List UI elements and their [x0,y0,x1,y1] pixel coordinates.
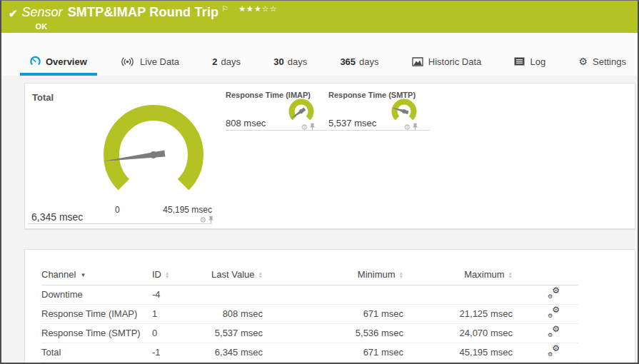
tab-historic-data[interactable]: Historic Data [402,47,491,76]
smtp-gauge-panel: Response Time (SMTP) 5,537 msec ⚙ [328,89,430,131]
table-row[interactable]: Downtime -4 ⚙⚙ [41,285,578,304]
imap-gauge-panel: Response Time (IMAP) 808 msec ⚙ [226,89,327,131]
column-header-last-value[interactable]: Last Value▲▼ [195,264,263,285]
overview-content: Total 0 45,195 msec 6,345 msec ⚙ [1,76,638,363]
sort-icons: ▲▼ [508,271,513,279]
maximum-cell: 45,195 msec [403,343,513,362]
last-value-cell: 5,537 msec [195,323,263,343]
column-header-minimum[interactable]: Minimum▲▼ [263,264,403,285]
channel-id-cell: 1 [152,304,195,323]
tab-log[interactable]: Log [504,47,555,76]
gauges-card: Total 0 45,195 msec 6,345 msec ⚙ [24,83,635,229]
panel-gear-icon[interactable]: ⚙ [403,123,411,131]
channel-id-cell: -4 [152,285,195,304]
channel-settings-icon[interactable]: ⚙⚙ [548,308,560,318]
ok-check-icon: ✔ [9,7,18,33]
channel-id-cell: 0 [152,323,195,343]
column-header-channel[interactable]: Channel▼ [41,264,152,285]
channel-settings-icon[interactable]: ⚙⚙ [548,288,560,298]
table-row[interactable]: Response Time (SMTP) 0 5,537 msec 5,536 … [41,323,578,343]
tab-label: Settings [593,56,626,67]
tab-label: Log [530,56,545,67]
minimum-cell: 671 msec [263,304,403,323]
channels-card: Channel▼ ID▲▼ Last Value▲▼ Minimum▲▼ Max… [24,249,635,363]
flag-icon[interactable]: ⚐ [221,4,228,14]
channels-table: Channel▼ ID▲▼ Last Value▲▼ Minimum▲▼ Max… [41,264,578,363]
stars-empty[interactable]: ☆☆ [262,4,278,13]
log-list-icon [514,57,525,66]
panel-gear-icon[interactable]: ⚙ [199,216,206,224]
prtg-window: ✔ Sensor SMTP&IMAP Round Trip ⚐ ★★★☆☆ OK… [0,0,639,364]
tab-live-data[interactable]: Live Data [110,47,189,76]
tab-number: 30 [273,56,283,67]
gauge-icon [30,56,41,67]
settings-gear-icon: ⚙ [578,56,588,66]
tab-label: days [288,56,307,67]
channel-settings-icon[interactable]: ⚙⚙ [548,327,560,337]
sort-icons: ▲▼ [258,271,263,279]
total-current-value: 6,345 msec [31,211,83,223]
column-header-id[interactable]: ID▲▼ [152,264,195,285]
channel-id-cell: -1 [152,343,195,362]
priority-stars[interactable]: ★★★☆☆ [238,4,277,14]
sensor-status-badge: OK [36,22,278,31]
maximum-cell [403,285,513,304]
table-row[interactable]: Total -1 6,345 msec 671 msec 45,195 msec… [41,343,578,362]
table-row[interactable]: Response Time (IMAP) 1 808 msec 671 msec… [41,304,578,323]
maximum-cell: 24,070 msec [403,323,513,343]
gauge-arc [111,113,196,185]
tab-label: days [221,56,240,67]
total-gauge [93,92,214,213]
tab-30-days[interactable]: 30 days [263,47,317,76]
tab-label: Live Data [140,56,179,67]
panel-gear-icon[interactable]: ⚙ [301,123,308,131]
channel-settings-icon[interactable]: ⚙⚙ [548,346,560,356]
channel-name-cell: Response Time (IMAP) [41,304,152,323]
tab-2-days[interactable]: 2 days [202,47,251,76]
column-header-edit [513,264,578,285]
tab-label: Overview [46,56,87,67]
last-value-cell: 6,345 msec [195,343,263,362]
sensor-header: ✔ Sensor SMTP&IMAP Round Trip ⚐ ★★★☆☆ OK [1,1,638,33]
minimum-cell: 671 msec [263,343,403,362]
tab-number: 2 [212,56,217,67]
smtp-current-value: 5,537 msec [328,118,376,128]
sensor-title: SMTP&IMAP Round Trip [68,5,219,20]
sort-icons: ▲▼ [399,271,403,279]
panel-title: Total [32,92,54,103]
tab-label: days [359,56,378,67]
tab-number: 365 [340,56,356,67]
minimum-cell: 5,536 msec [263,323,403,343]
imap-current-value: 808 msec [226,118,266,128]
minimum-cell [263,285,403,304]
panel-pin-icon[interactable] [309,121,316,133]
broadcast-icon [120,56,135,67]
stars-filled[interactable]: ★★★ [238,4,262,13]
channel-name-cell: Total [41,343,152,362]
last-value-cell: 808 msec [195,304,263,323]
tab-bar: Overview Live Data 2 days 30 days 365 da… [1,33,638,76]
area-chart-icon [412,57,423,66]
panel-pin-icon[interactable] [208,213,214,226]
gauge-min-label: 0 [115,205,120,215]
object-kind-label: Sensor [22,5,63,20]
channel-name-cell: Response Time (SMTP) [41,323,152,343]
column-header-maximum[interactable]: Maximum▲▼ [403,264,513,285]
table-header-row: Channel▼ ID▲▼ Last Value▲▼ Minimum▲▼ Max… [41,264,578,285]
sort-icons: ▲▼ [165,271,169,279]
tab-overview[interactable]: Overview [20,47,97,76]
last-value-cell [195,285,263,304]
sort-desc-icon: ▼ [80,272,86,278]
tab-365-days[interactable]: 365 days [330,47,388,76]
tab-label: Historic Data [428,56,481,67]
maximum-cell: 21,125 msec [403,304,513,323]
tab-settings[interactable]: ⚙ Settings [568,47,636,76]
panel-pin-icon[interactable] [412,121,418,133]
channel-name-cell: Downtime [41,285,152,304]
total-gauge-panel: Total 0 45,195 msec 6,345 msec ⚙ [28,89,212,224]
